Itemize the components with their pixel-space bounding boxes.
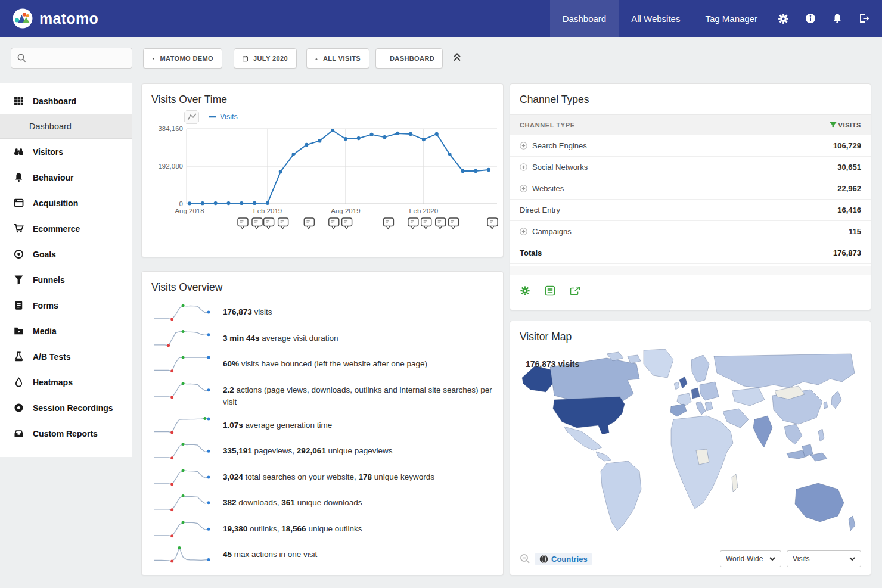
sidebar-item-funnels[interactable]: Funnels bbox=[0, 267, 132, 293]
map-region-mexico[interactable] bbox=[564, 427, 602, 450]
map-region-italy[interactable] bbox=[696, 402, 706, 415]
legend-visits[interactable]: Visits bbox=[209, 113, 238, 121]
map-region-russia[interactable] bbox=[714, 354, 855, 388]
annotation-icon[interactable] bbox=[329, 218, 339, 229]
map-region-korea[interactable] bbox=[824, 402, 828, 409]
annotation-icon[interactable] bbox=[238, 218, 248, 229]
map-region-arctic-2[interactable] bbox=[628, 355, 641, 363]
map-zoom-out-icon[interactable] bbox=[520, 553, 530, 564]
sidebar-item-acquisition[interactable]: Acquisition bbox=[0, 190, 132, 216]
sidebar-item-media[interactable]: Media bbox=[0, 318, 132, 344]
export-image-icon[interactable] bbox=[185, 111, 198, 123]
sparkline[interactable] bbox=[151, 442, 211, 460]
sidebar-item-custom-reports[interactable]: Custom Reports bbox=[0, 421, 132, 446]
export-table-icon[interactable] bbox=[545, 285, 555, 296]
period-selector-button[interactable]: JULY 2020 bbox=[234, 48, 297, 69]
map-region-ireland[interactable] bbox=[674, 382, 679, 390]
map-region-central-america[interactable] bbox=[596, 452, 611, 461]
site-selector-button[interactable]: MATOMO DEMO bbox=[143, 48, 222, 69]
channel-row-social-networks[interactable]: Social Networks30,651 bbox=[510, 157, 871, 178]
dashboard-selector-button[interactable]: DASHBOARD bbox=[375, 48, 443, 69]
channel-row-search-engines[interactable]: Search Engines106,729 bbox=[510, 135, 871, 157]
sidebar-item-session-recordings[interactable]: Session Recordings bbox=[0, 395, 132, 421]
map-region-philippines[interactable] bbox=[818, 429, 824, 441]
annotation-icon[interactable] bbox=[342, 218, 352, 229]
sidebar-item-heatmaps[interactable]: Heatmaps bbox=[0, 369, 132, 395]
map-region-greenland[interactable] bbox=[644, 349, 673, 378]
annotation-icon[interactable] bbox=[436, 218, 446, 229]
map-metric-select[interactable]: Visits bbox=[787, 550, 861, 567]
sparkline[interactable] bbox=[151, 520, 211, 538]
annotation-icon[interactable] bbox=[487, 218, 498, 229]
sparkline[interactable] bbox=[151, 468, 211, 486]
visits-over-time-chart[interactable]: 0192,080384,160Aug 2018Feb 2019Aug 2019F… bbox=[142, 110, 503, 255]
sidebar-item-ecommerce[interactable]: Ecommerce bbox=[0, 216, 132, 241]
nav-item-tag-manager[interactable]: Tag Manager bbox=[692, 0, 770, 37]
sparkline[interactable] bbox=[151, 546, 211, 564]
channel-row-websites[interactable]: Websites22,962 bbox=[510, 178, 871, 200]
map-region-south-america[interactable] bbox=[601, 461, 641, 531]
annotation-icon[interactable] bbox=[278, 218, 288, 229]
map-region-balkans[interactable] bbox=[705, 402, 713, 411]
collapse-header-icon[interactable] bbox=[453, 52, 461, 64]
channel-type-column-header[interactable]: CHANNEL TYPE bbox=[520, 122, 575, 129]
signout-icon[interactable] bbox=[850, 0, 877, 37]
segment-selector-button[interactable]: ALL VISITS bbox=[306, 48, 369, 69]
map-region-alaska[interactable] bbox=[522, 366, 554, 392]
map-region-central-asia[interactable] bbox=[732, 388, 765, 406]
info-icon[interactable] bbox=[797, 0, 824, 37]
map-region-uk[interactable] bbox=[679, 377, 687, 388]
map-region-select[interactable]: World-Wide bbox=[720, 550, 781, 567]
sparkline[interactable] bbox=[151, 494, 211, 512]
map-region-japan[interactable] bbox=[831, 391, 841, 409]
annotation-icon[interactable] bbox=[252, 218, 262, 229]
visits-column-header[interactable]: VISITS bbox=[830, 122, 861, 129]
map-region-scandinavia[interactable] bbox=[691, 355, 709, 382]
notifications-bell-icon[interactable] bbox=[824, 0, 850, 37]
annotation-icon[interactable] bbox=[304, 218, 314, 229]
sparkline[interactable] bbox=[151, 381, 211, 399]
channel-label: Websites bbox=[532, 184, 564, 193]
map-region-new-zealand[interactable] bbox=[849, 516, 855, 531]
sparkline[interactable] bbox=[151, 416, 211, 434]
map-region-india[interactable] bbox=[753, 416, 772, 447]
map-region-madagascar[interactable] bbox=[732, 474, 738, 492]
nav-item-dashboard[interactable]: Dashboard bbox=[550, 0, 619, 37]
map-region-usa[interactable] bbox=[553, 397, 625, 434]
map-region-middle-east[interactable] bbox=[723, 409, 749, 428]
map-region-germany[interactable] bbox=[691, 388, 700, 399]
expand-plus-icon[interactable] bbox=[520, 228, 527, 235]
export-share-icon[interactable] bbox=[570, 285, 581, 296]
sidebar-subitem-dashboard[interactable]: Dashboard bbox=[0, 114, 132, 139]
map-region-east-europe[interactable] bbox=[700, 382, 719, 400]
sparkline[interactable] bbox=[151, 329, 211, 347]
map-region-iberia[interactable] bbox=[670, 404, 687, 416]
map-region-australia[interactable] bbox=[795, 483, 844, 522]
annotation-icon[interactable] bbox=[383, 218, 393, 229]
annotation-icon[interactable] bbox=[264, 218, 274, 229]
sparkline[interactable] bbox=[151, 303, 211, 321]
expand-plus-icon[interactable] bbox=[520, 142, 527, 150]
annotation-icon[interactable] bbox=[421, 218, 431, 229]
expand-plus-icon[interactable] bbox=[520, 163, 527, 171]
countries-link[interactable]: Countries bbox=[535, 553, 592, 565]
map-region-se-asia[interactable] bbox=[784, 424, 802, 444]
sparkline[interactable] bbox=[151, 355, 211, 373]
world-map[interactable] bbox=[510, 347, 871, 541]
sidebar-item-visitors[interactable]: Visitors bbox=[0, 139, 132, 164]
channel-row-direct-entry[interactable]: Direct Entry16,416 bbox=[510, 200, 871, 221]
annotation-icon[interactable] bbox=[408, 218, 418, 229]
nav-item-all-websites[interactable]: All Websites bbox=[619, 0, 692, 37]
sidebar-item-a-b-tests[interactable]: A/B Tests bbox=[0, 344, 132, 369]
sidebar-item-behaviour[interactable]: Behaviour bbox=[0, 164, 132, 190]
channel-row-campaigns[interactable]: Campaigns115 bbox=[510, 221, 871, 242]
sidebar-item-dashboard[interactable]: Dashboard bbox=[0, 88, 132, 114]
search-input[interactable] bbox=[31, 53, 126, 63]
sidebar-item-goals[interactable]: Goals bbox=[0, 241, 132, 267]
matomo-logo[interactable]: matomo bbox=[0, 8, 98, 29]
settings-icon[interactable] bbox=[770, 0, 797, 37]
expand-plus-icon[interactable] bbox=[520, 185, 527, 192]
report-settings-icon[interactable] bbox=[520, 285, 530, 296]
sidebar-item-forms[interactable]: Forms bbox=[0, 293, 132, 318]
annotation-icon[interactable] bbox=[449, 218, 459, 229]
